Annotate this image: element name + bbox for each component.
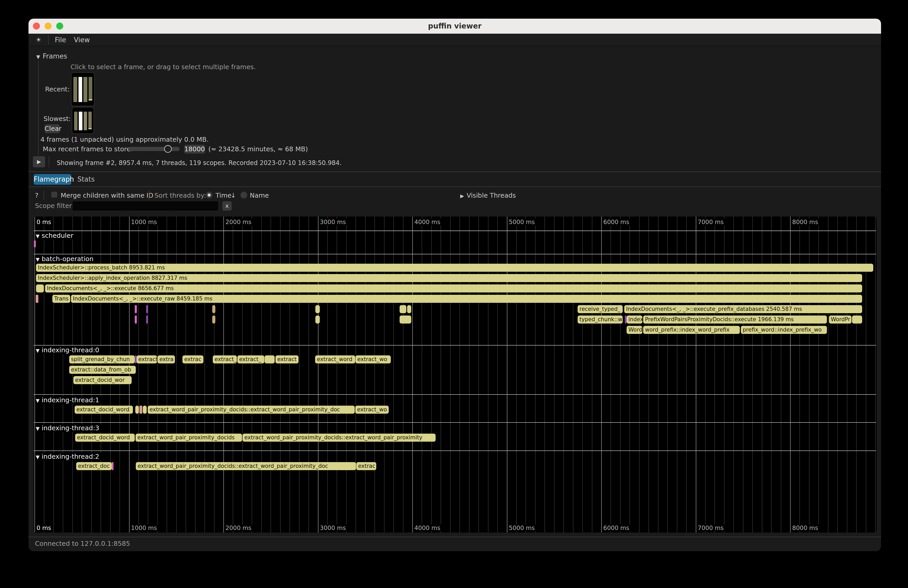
frame-preview-bar[interactable]	[84, 77, 87, 102]
timeline-tick: 2000 ms	[224, 218, 253, 225]
scope-bar[interactable]	[212, 305, 215, 313]
statusbar-separator	[29, 537, 881, 537]
scope-bar[interactable]: extract_word	[315, 355, 355, 363]
max-frames-value[interactable]: 18000	[184, 145, 205, 154]
sort-direction-arrow-icon[interactable]: ↓	[231, 192, 236, 199]
scope-bar[interactable]: extrac	[356, 462, 376, 470]
theme-toggle-sun-icon[interactable]: ☀	[36, 36, 42, 43]
scope-bar[interactable]: extract_word_pair_proximity_docids::extr…	[136, 462, 356, 470]
scope-filter-input[interactable]	[72, 201, 218, 210]
sort-name-radio[interactable]	[240, 192, 247, 198]
scope-bar[interactable]: extract_docid_wor	[73, 376, 132, 384]
scope-bar[interactable]: prefix_word::index_prefix_wo	[741, 326, 827, 334]
frame-preview-bar[interactable]	[79, 77, 82, 102]
scope-bar[interactable]	[399, 315, 411, 323]
scope-bar[interactable]: extract_	[237, 355, 264, 363]
frame-preview-bar[interactable]	[74, 112, 77, 130]
scope-bar[interactable]	[143, 406, 147, 414]
scope-bar[interactable]: PrefixWordPairsProximityDocids::execute …	[643, 315, 827, 323]
scope-bar[interactable]	[146, 315, 148, 323]
visible-threads-header[interactable]: ▶Visible Threads	[460, 192, 516, 199]
scope-bar[interactable]	[135, 305, 137, 313]
frame-preview-bar[interactable]	[73, 77, 77, 102]
merge-children-checkbox[interactable]	[51, 192, 57, 198]
scope-bar[interactable]: extract_docid_word	[75, 406, 133, 414]
scope-bar[interactable]	[34, 240, 36, 247]
scope-bar[interactable]: IndexScheduler>::process_batch 8953.821 …	[36, 264, 873, 272]
scope-bar[interactable]: extrac	[182, 355, 203, 363]
scope-bar[interactable]: extract_word_pair_proximity_docids	[135, 434, 242, 442]
scope-bar[interactable]: IndexDocuments<_, _>::execute 8656.677 m…	[45, 284, 862, 292]
scope-bar[interactable]	[112, 462, 114, 470]
thread-label-indexing-thread:2[interactable]: ▼indexing-thread:2	[36, 453, 101, 460]
thread-label-indexing-thread:1[interactable]: ▼indexing-thread:1	[36, 396, 101, 404]
clear-button[interactable]: Clear	[45, 124, 60, 133]
scope-bar[interactable]	[625, 315, 626, 323]
scope-bar[interactable]: extract_	[213, 355, 237, 363]
thread-label-indexing-thread:3[interactable]: ▼indexing-thread:3	[36, 424, 101, 432]
tab-stats[interactable]: Stats	[76, 174, 97, 185]
timeline-tick: 7000 ms	[696, 218, 725, 225]
scope-bar[interactable]: extract	[137, 355, 157, 363]
scope-bar[interactable]: extract_docid_word	[75, 434, 135, 442]
scope-bar[interactable]	[852, 315, 862, 323]
sort-time-radio[interactable]	[206, 192, 213, 198]
tab-flamegraph[interactable]: Flamegraph	[34, 174, 71, 185]
recent-frames-thumbnail[interactable]	[71, 72, 95, 106]
timeline-tick: 3000 ms	[319, 525, 348, 531]
scope-bar[interactable]: extract::data_from_ob	[69, 366, 136, 374]
collapse-down-icon: ▼	[36, 233, 40, 239]
scope-bar[interactable]	[135, 406, 139, 414]
scope-bar[interactable]	[36, 295, 39, 303]
scope-bar[interactable]: typed_chunk::w	[578, 315, 623, 323]
frame-preview-bar[interactable]	[79, 112, 82, 130]
thread-label-indexing-thread:0[interactable]: ▼indexing-thread:0	[36, 346, 101, 354]
menu-view[interactable]: View	[74, 36, 90, 44]
scope-bar[interactable]: extract_doc	[76, 462, 112, 470]
slowest-frames-thumbnail[interactable]	[72, 107, 94, 134]
scope-bar[interactable]: extract_wo	[355, 406, 389, 414]
scope-bar[interactable]	[36, 284, 44, 292]
thread-label-scheduler[interactable]: ▼scheduler	[36, 232, 76, 239]
help-button[interactable]: ?	[35, 192, 39, 199]
scope-bar[interactable]	[212, 315, 215, 323]
frame-preview-bar[interactable]	[89, 77, 92, 101]
scope-bar[interactable]: extract	[275, 355, 298, 363]
sort-time-label[interactable]: Time	[216, 192, 232, 199]
scope-bar[interactable]	[139, 406, 142, 414]
scope-bar[interactable]: Word	[626, 326, 642, 334]
scope-bar[interactable]	[399, 305, 406, 313]
play-button[interactable]: ▶	[33, 156, 45, 167]
scope-bar[interactable]	[135, 315, 137, 323]
scope-bar[interactable]: Trans	[52, 295, 70, 303]
scope-bar[interactable]	[316, 305, 320, 313]
frame-preview-bar[interactable]	[84, 112, 87, 130]
scope-bar[interactable]	[316, 315, 320, 323]
merge-children-label[interactable]: Merge children with same ID	[61, 192, 153, 199]
frame-preview-bar[interactable]	[89, 112, 92, 129]
sort-name-label[interactable]: Name	[250, 192, 269, 199]
scope-bar[interactable]: word_prefix::index_word_prefix	[643, 326, 740, 334]
scope-bar[interactable]	[135, 355, 137, 363]
clear-filter-button[interactable]: x	[222, 201, 232, 210]
scope-bar[interactable]	[407, 305, 411, 313]
scope-bar[interactable]: index	[626, 315, 642, 323]
scope-bar[interactable]: extract_word_pair_proximity_docids::extr…	[243, 434, 436, 442]
frames-header[interactable]: ▼Frames	[36, 52, 67, 60]
max-frames-slider-knob[interactable]	[164, 145, 172, 153]
menu-file[interactable]: File	[55, 36, 66, 44]
max-frames-slider[interactable]	[129, 147, 180, 151]
scope-bar[interactable]: WordPr	[829, 315, 852, 323]
scope-bar[interactable]: receive_typed_	[578, 305, 623, 313]
scope-bar[interactable]	[264, 355, 275, 363]
thread-label-batch-operation[interactable]: ▼batch-operation	[36, 255, 96, 263]
scope-bar[interactable]: split_grenad_by_chun	[69, 355, 135, 363]
scope-bar[interactable]: IndexScheduler>::apply_index_operation 8…	[36, 274, 862, 282]
flamegraph-canvas[interactable]: 0 ms1000 ms2000 ms3000 ms4000 ms5000 ms6…	[34, 217, 877, 533]
scope-bar[interactable]: extract_wo	[356, 355, 391, 363]
scope-bar[interactable]: IndexDocuments<_, _>::execute_raw 8459.1…	[71, 295, 862, 303]
scope-bar[interactable]	[146, 305, 148, 313]
scope-bar[interactable]: extract_word_pair_proximity_docids::extr…	[148, 406, 355, 414]
scope-bar[interactable]: IndexDocuments<_, _>::execute_prefix_dat…	[624, 305, 862, 313]
scope-bar[interactable]: extra	[158, 355, 175, 363]
